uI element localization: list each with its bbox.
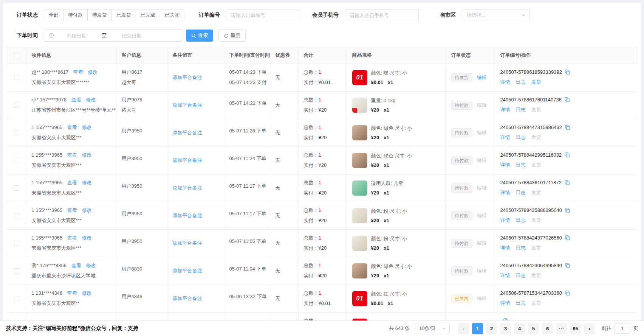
reset-button[interactable]: 重置 bbox=[218, 30, 246, 42]
end-date-input[interactable] bbox=[109, 33, 154, 39]
status-filter-pending-shipment[interactable]: 待发货 bbox=[87, 9, 112, 21]
view-receiver-link[interactable]: 查看 bbox=[73, 69, 83, 75]
row-checkbox[interactable] bbox=[14, 158, 19, 163]
view-receiver-link[interactable]: 查看 bbox=[67, 235, 77, 241]
detail-link[interactable]: 详情 bbox=[500, 272, 510, 279]
log-link[interactable]: 日志 bbox=[516, 162, 526, 168]
view-receiver-link[interactable]: 查看 bbox=[67, 152, 77, 158]
edit-order-link[interactable]: 编辑 bbox=[477, 268, 487, 274]
add-platform-note-link[interactable]: 添加平台备注 bbox=[173, 213, 202, 218]
page-button[interactable]: 65 bbox=[570, 323, 581, 334]
edit-order-link[interactable]: 编辑 bbox=[477, 157, 487, 163]
log-link[interactable]: 日志 bbox=[516, 217, 526, 224]
member-phone-input[interactable] bbox=[345, 9, 419, 21]
add-platform-note-link[interactable]: 添加平台备注 bbox=[173, 296, 202, 301]
select-all-checkbox[interactable] bbox=[14, 53, 19, 58]
modify-receiver-link[interactable]: 修改 bbox=[88, 69, 98, 75]
copy-icon[interactable] bbox=[564, 152, 570, 158]
add-platform-note-link[interactable]: 添加平台备注 bbox=[173, 75, 202, 80]
page-button[interactable]: 2 bbox=[486, 323, 497, 334]
ship-link[interactable]: 发货 bbox=[531, 79, 541, 86]
search-button[interactable]: 搜索 bbox=[186, 30, 213, 42]
log-link[interactable]: 日志 bbox=[516, 79, 526, 86]
add-platform-note-link[interactable]: 添加平台备注 bbox=[173, 268, 202, 274]
page-button[interactable]: 3 bbox=[500, 323, 511, 334]
copy-icon[interactable] bbox=[565, 235, 570, 241]
page-button[interactable]: 4 bbox=[514, 323, 525, 334]
log-link[interactable]: 日志 bbox=[516, 134, 526, 141]
order-no-input[interactable] bbox=[226, 9, 300, 21]
log-link[interactable]: 日志 bbox=[516, 189, 526, 196]
page-button[interactable]: ··· bbox=[556, 323, 567, 334]
copy-icon[interactable] bbox=[565, 263, 570, 268]
view-receiver-link[interactable]: 查看 bbox=[71, 97, 81, 103]
status-filter-all[interactable]: 全部 bbox=[44, 9, 63, 21]
status-filter-closed[interactable]: 已关闭 bbox=[160, 9, 184, 21]
edit-order-link[interactable]: 编辑 bbox=[477, 130, 487, 135]
ship-link[interactable]: 发货 bbox=[531, 272, 541, 279]
row-checkbox[interactable] bbox=[14, 241, 19, 246]
view-receiver-link[interactable]: 查看 bbox=[67, 290, 77, 296]
status-filter-completed[interactable]: 已完成 bbox=[136, 9, 160, 21]
view-receiver-link[interactable]: 查看 bbox=[71, 263, 81, 268]
page-button[interactable]: 5 bbox=[528, 323, 539, 334]
row-checkbox[interactable] bbox=[14, 296, 19, 301]
copy-icon[interactable] bbox=[565, 69, 570, 75]
detail-link[interactable]: 详情 bbox=[500, 189, 510, 196]
modify-receiver-link[interactable]: 修改 bbox=[82, 235, 91, 241]
row-checkbox[interactable] bbox=[14, 130, 19, 135]
view-receiver-link[interactable]: 查看 bbox=[67, 124, 77, 130]
view-receiver-link[interactable]: 查看 bbox=[67, 180, 77, 185]
ship-link[interactable]: 发货 bbox=[531, 217, 541, 224]
copy-icon[interactable] bbox=[564, 180, 570, 185]
modify-receiver-link[interactable]: 修改 bbox=[82, 180, 91, 185]
next-page-button[interactable]: › bbox=[584, 323, 595, 334]
add-platform-note-link[interactable]: 添加平台备注 bbox=[173, 185, 202, 191]
log-link[interactable]: 日志 bbox=[516, 244, 526, 251]
add-platform-note-link[interactable]: 添加平台备注 bbox=[173, 130, 202, 135]
copy-icon[interactable] bbox=[564, 97, 570, 103]
edit-order-link[interactable]: 编辑 bbox=[477, 296, 487, 301]
detail-link[interactable]: 详情 bbox=[500, 79, 510, 86]
detail-link[interactable]: 详情 bbox=[500, 106, 510, 113]
page-button[interactable]: 1 bbox=[472, 323, 483, 334]
ship-link[interactable]: 发货 bbox=[531, 300, 541, 306]
edit-order-link[interactable]: 编辑 bbox=[477, 75, 487, 80]
row-checkbox[interactable] bbox=[14, 103, 19, 108]
edit-order-link[interactable]: 编辑 bbox=[477, 102, 487, 108]
ship-link[interactable]: 发货 bbox=[531, 162, 541, 168]
row-checkbox[interactable] bbox=[14, 75, 19, 80]
modify-receiver-link[interactable]: 修改 bbox=[82, 124, 91, 130]
row-checkbox[interactable] bbox=[14, 213, 19, 218]
detail-link[interactable]: 详情 bbox=[500, 134, 510, 141]
detail-link[interactable]: 详情 bbox=[500, 217, 510, 224]
ship-link[interactable]: 发货 bbox=[531, 244, 541, 251]
start-date-input[interactable] bbox=[54, 33, 99, 39]
edit-order-link[interactable]: 编辑 bbox=[477, 240, 487, 246]
view-receiver-link[interactable]: 查看 bbox=[67, 207, 77, 213]
add-platform-note-link[interactable]: 添加平台备注 bbox=[173, 240, 202, 246]
row-checkbox[interactable] bbox=[14, 268, 19, 274]
row-checkbox[interactable] bbox=[14, 185, 19, 191]
modify-receiver-link[interactable]: 修改 bbox=[82, 207, 91, 213]
copy-icon[interactable] bbox=[565, 290, 570, 296]
detail-link[interactable]: 详情 bbox=[500, 162, 510, 168]
modify-receiver-link[interactable]: 修改 bbox=[86, 263, 96, 268]
region-select[interactable]: 请选择... bbox=[462, 9, 530, 21]
log-link[interactable]: 日志 bbox=[516, 272, 526, 279]
detail-link[interactable]: 详情 bbox=[500, 300, 510, 306]
copy-icon[interactable] bbox=[565, 207, 570, 213]
modify-receiver-link[interactable]: 修改 bbox=[86, 97, 96, 103]
goto-page-input[interactable] bbox=[615, 323, 630, 334]
add-platform-note-link[interactable]: 添加平台备注 bbox=[173, 102, 202, 108]
log-link[interactable]: 日志 bbox=[516, 300, 526, 306]
status-filter-shipped[interactable]: 已发货 bbox=[111, 9, 136, 21]
page-button[interactable]: 6 bbox=[542, 323, 553, 334]
detail-link[interactable]: 详情 bbox=[500, 244, 510, 251]
edit-order-link[interactable]: 编辑 bbox=[477, 185, 487, 191]
prev-page-button[interactable]: ‹ bbox=[458, 323, 469, 334]
modify-receiver-link[interactable]: 修改 bbox=[82, 290, 91, 296]
modify-receiver-link[interactable]: 修改 bbox=[82, 152, 91, 158]
log-link[interactable]: 日志 bbox=[516, 106, 526, 113]
ship-link[interactable]: 发货 bbox=[531, 134, 541, 141]
